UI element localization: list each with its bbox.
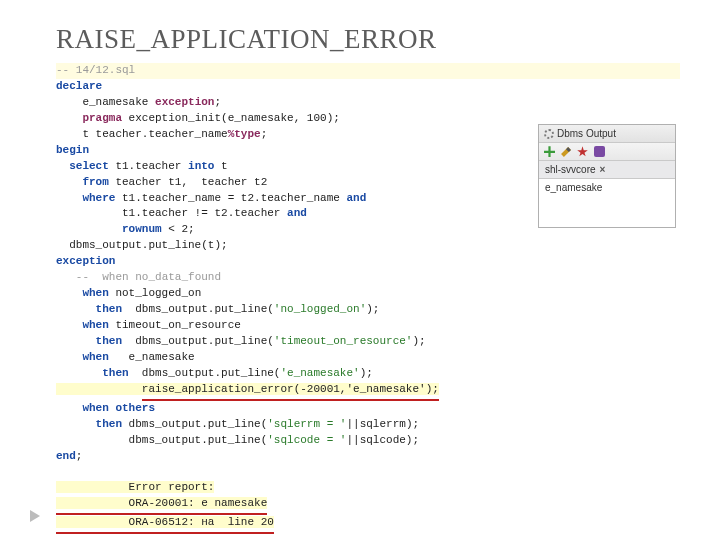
edit-icon[interactable] (561, 147, 571, 157)
panel-title: Dbms Output (539, 125, 675, 143)
panel-toolbar (539, 143, 675, 161)
panel-tab[interactable]: shl-svvcore× (539, 161, 675, 179)
ora-06512: ORA-06512: на line 20 (56, 515, 274, 534)
panel-content: e_namesake (539, 179, 675, 227)
close-icon[interactable]: × (600, 164, 606, 175)
dbms-output-panel: Dbms Output shl-svvcore× e_namesake (538, 124, 676, 228)
gear-icon (544, 129, 554, 139)
ora-20001: ORA-20001: e namesake (56, 496, 267, 515)
error-report-header: Error report: (56, 481, 214, 493)
file-comment: -- 14/12.sql (56, 64, 135, 76)
slide-title: RAISE_APPLICATION_ERROR (56, 24, 680, 55)
save-icon[interactable] (594, 146, 605, 157)
add-icon[interactable] (544, 146, 555, 157)
bullet-icon (30, 510, 40, 522)
clear-icon[interactable] (577, 146, 588, 157)
raise-app-error-call: raise_application_error(-20001,'e_namesa… (142, 382, 439, 401)
